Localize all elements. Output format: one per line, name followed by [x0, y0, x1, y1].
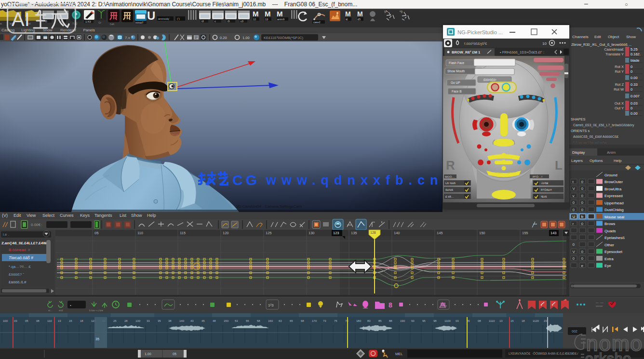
- svg-text:55: 55: [246, 319, 249, 322]
- svg-text:Ground: Ground: [604, 173, 617, 177]
- svg-text:0: 0: [573, 208, 575, 212]
- svg-text:Curves: Curves: [60, 213, 74, 218]
- svg-text:Show Mouth: Show Mouth: [447, 69, 465, 73]
- svg-text:— ·—: — ·—: [596, 301, 604, 304]
- svg-text:M: M: [253, 10, 259, 18]
- svg-text:123: 123: [333, 231, 339, 235]
- svg-text:ßö²öß: ßö²öß: [445, 188, 453, 191]
- svg-text:L: L: [555, 158, 563, 173]
- svg-text:130: 130: [135, 319, 141, 322]
- svg-text:Edit: Edit: [13, 213, 21, 218]
- svg-text:b: b: [581, 214, 584, 219]
- svg-text:03: 03: [14, 319, 17, 322]
- svg-text:i.e .: i.e .: [3, 232, 9, 237]
- svg-text:BROW_Rß² £M 1: BROW_Rß² £M 1: [452, 50, 480, 54]
- svg-text:MEL: MEL: [395, 352, 402, 356]
- svg-text:º9: º9: [400, 10, 402, 13]
- svg-text:43: 43: [190, 319, 194, 322]
- svg-text:13: 13: [58, 319, 61, 322]
- svg-text:e: e: [581, 264, 584, 268]
- svg-text:15: 15: [69, 319, 72, 322]
- svg-text:0: 0: [573, 242, 575, 247]
- svg-text:23: 23: [544, 319, 547, 322]
- svg-text:Select: Select: [42, 213, 55, 218]
- svg-text:Face B: Face B: [452, 90, 462, 93]
- svg-text:Eyesocket: Eyesocket: [604, 250, 623, 254]
- svg-text:100: 100: [3, 319, 8, 322]
- svg-text:Out X: Out X: [615, 101, 624, 106]
- svg-text:Help: Help: [614, 159, 622, 163]
- svg-text:Display: Display: [572, 150, 585, 155]
- svg-text:Camrö_£S3_0£_£5£_L7_bröwöGßöäö: Camrö_£S3_0£_£5£_L7_bröwöGßöäöry: [573, 123, 634, 127]
- svg-text:M: M: [265, 10, 271, 18]
- svg-text:110: 110: [47, 319, 52, 322]
- svg-text:180: 180: [356, 319, 362, 322]
- svg-text:9: 9: [384, 10, 386, 13]
- svg-text:143: 143: [550, 231, 557, 235]
- svg-text:Options: Options: [590, 159, 603, 163]
- svg-text:List: List: [120, 213, 127, 218]
- svg-text:150: 150: [479, 231, 485, 235]
- svg-text:0: 0: [581, 194, 584, 198]
- svg-text:t3: t3: [201, 20, 204, 23]
- svg-text:0.33: 0.33: [631, 82, 638, 87]
- svg-text:Show: Show: [626, 35, 636, 39]
- svg-text:125: 125: [266, 231, 272, 235]
- svg-text:98: 98: [433, 319, 437, 322]
- svg-text:12: 12: [253, 18, 256, 21]
- svg-text:Object: Object: [608, 35, 619, 39]
- svg-text:0: 0: [631, 65, 632, 69]
- svg-text:AöööCß5_0ß_£ööf AööööCß£: AöööCß5_0ß_£ööf AööööCß£: [573, 135, 618, 139]
- svg-text:93: 93: [411, 319, 415, 322]
- svg-text:£öö²ößö²: £öö²ößö²: [483, 78, 496, 81]
- svg-text:7.x: 7.x: [125, 36, 130, 40]
- svg-text:Rot W: Rot W: [614, 87, 624, 92]
- svg-text:(ˆ): (ˆ): [177, 17, 180, 20]
- svg-text:08: 08: [478, 319, 481, 322]
- svg-text:AI: AI: [12, 9, 30, 30]
- svg-text:r: r: [573, 222, 574, 226]
- svg-text:28: 28: [124, 319, 128, 322]
- svg-text:MOÖ…: MOÖ…: [445, 175, 455, 178]
- svg-text:Layers: Layers: [571, 159, 583, 163]
- svg-text:95: 95: [422, 319, 426, 322]
- svg-text:48: 48: [213, 319, 216, 322]
- svg-text:0: 0: [581, 200, 584, 205]
- svg-text:(V): (V): [2, 213, 8, 218]
- svg-text:wwww: wwww: [596, 305, 603, 307]
- svg-text:PΓÖ…²: PΓÖ…²: [533, 175, 542, 178]
- svg-text:135: 135: [351, 231, 357, 235]
- svg-text:Zbrow_R30_/KL_Gut_ß_browöööß .: Zbrow_R30_/KL_Gut_ß_browöööß ...: [571, 42, 631, 47]
- svg-text:st…: st…: [48, 309, 53, 312]
- svg-text:SHAPES: SHAPES: [571, 117, 585, 121]
- svg-text:Caandmaa£: Caandmaa£: [604, 47, 624, 52]
- svg-text:U: U: [573, 214, 576, 219]
- svg-text:15: 15: [510, 319, 514, 322]
- svg-text:130: 130: [309, 231, 315, 235]
- svg-text:002: 002: [572, 330, 577, 333]
- svg-text:M: M: [345, 10, 351, 18]
- svg-text:0: 0: [573, 256, 575, 261]
- svg-text:£ öß…: £ öß…: [445, 195, 454, 198]
- svg-text:0: 0: [631, 87, 632, 92]
- svg-text:Quads: Quads: [604, 229, 616, 233]
- svg-text:Brows: Brows: [604, 222, 615, 226]
- svg-text:Rot Z: Rot Z: [615, 82, 624, 87]
- svg-text:v: v: [573, 194, 575, 198]
- svg-text:Tiwcaö.öäß #: Tiwcaö.öäß #: [9, 255, 33, 260]
- svg-text:0.162.: 0.162.: [631, 52, 641, 56]
- svg-text:B.ööHead #: B.ööHead #: [9, 248, 30, 252]
- svg-text:150: 150: [224, 319, 229, 322]
- svg-text:68: 68: [301, 319, 304, 322]
- svg-text:£5: £5: [358, 18, 361, 21]
- svg-text:160: 160: [268, 319, 273, 322]
- svg-text:case2: case2: [313, 21, 321, 24]
- svg-text:Eye: Eye: [604, 264, 611, 268]
- svg-text:• FRÞ£ööß_1D3×Ŏö£5.£Γ :: • FRÞ£ööß_1D3×Ŏö£5.£Γ :: [500, 50, 544, 54]
- svg-text:1:X3: 1:X3: [85, 20, 91, 23]
- svg-text:0: 0: [581, 250, 584, 254]
- svg-text:blade: blade: [631, 58, 639, 63]
- svg-text:75: 75: [334, 319, 337, 322]
- svg-text:0: 0: [581, 208, 584, 212]
- svg-text:KE£11E³00ÖMB(*SPJC): KE£11E³00ÖMB(*SPJC): [264, 36, 303, 40]
